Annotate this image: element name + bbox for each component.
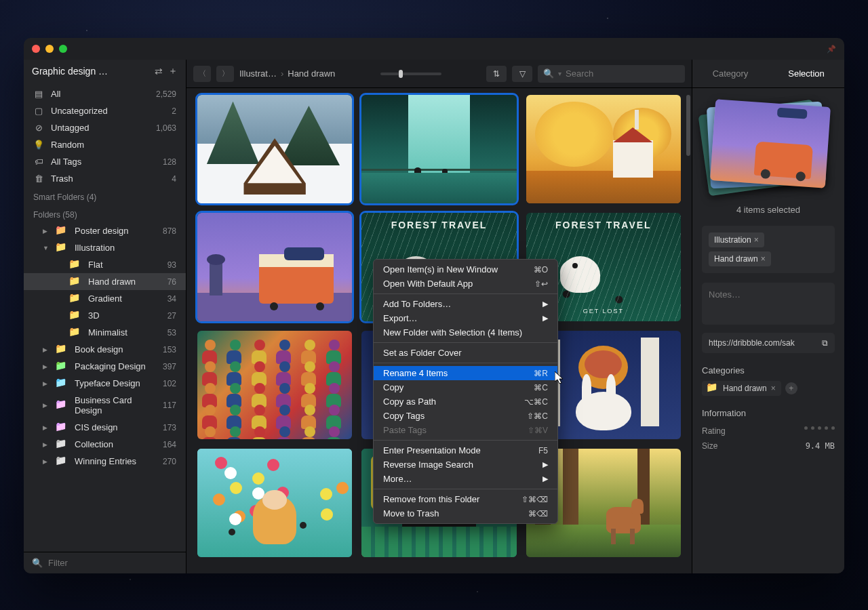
menu-item-set-as-folder-cover[interactable]: Set as Folder Cover [374, 346, 557, 360]
remove-tag-icon[interactable]: × [754, 235, 759, 245]
tag-chip[interactable]: Illustration× [709, 232, 764, 247]
menu-item-enter-presentation-mode[interactable]: Enter Presentation ModeF5 [374, 443, 557, 458]
folder-typeface-design[interactable]: ▶Typeface Design102 [24, 375, 186, 392]
breadcrumb-segment[interactable]: Illustrat… [239, 68, 277, 79]
rating-dots[interactable] [804, 426, 835, 436]
folder-poster-design[interactable]: ▶Poster design878 [24, 222, 186, 239]
sidebar-item-trash[interactable]: 🗑Trash4 [24, 170, 186, 187]
folder-label: Typeface Design [75, 378, 156, 388]
sidebar-item-random[interactable]: 💡Random [24, 136, 186, 153]
disclosure-triangle-icon[interactable]: ▼ [43, 245, 50, 251]
sidebar-item-count: 2,529 [156, 89, 176, 99]
tab-category[interactable]: Category [692, 60, 768, 87]
menu-item-add-to-folders[interactable]: Add To Folders…▶ [374, 297, 557, 311]
menu-item-open-with-default-app[interactable]: Open With Default App⇧↩ [374, 277, 557, 291]
folder-flat[interactable]: Flat93 [24, 256, 186, 273]
folders-heading[interactable]: Folders (58) [24, 205, 186, 222]
nav-forward-button[interactable]: 〉 [216, 66, 234, 82]
folder-icon [56, 244, 66, 252]
folder-collection[interactable]: ▶Collection164 [24, 436, 186, 453]
notes-field[interactable]: Notes… [702, 283, 835, 325]
zoom-window-button[interactable] [59, 45, 67, 53]
menu-item-open-item-s-in-new-window[interactable]: Open Item(s) in New Window⌘O [374, 262, 557, 277]
sidebar-filter-input[interactable] [48, 558, 178, 568]
url-field[interactable]: https://dribbble.com/sak ⧉ [702, 333, 835, 353]
minimize-window-button[interactable] [45, 45, 54, 53]
remove-tag-icon[interactable]: × [761, 254, 766, 264]
search-icon: 🔍 [543, 68, 554, 79]
disclosure-triangle-icon[interactable]: ▶ [43, 424, 50, 431]
sidebar-item-untagged[interactable]: ⊘Untagged1,063 [24, 119, 186, 136]
pin-icon[interactable]: 📌 [827, 45, 836, 54]
thumbnail[interactable] [197, 95, 352, 203]
menu-item-reverse-image-search[interactable]: Reverse Image Search▶ [374, 458, 557, 472]
menu-item-copy-tags[interactable]: Copy Tags⇧⌘C [374, 409, 557, 423]
breadcrumb-segment[interactable]: Hand drawn [288, 68, 335, 79]
disclosure-triangle-icon[interactable]: ▶ [43, 228, 50, 235]
disclosure-triangle-icon[interactable]: ▶ [43, 402, 50, 409]
folder-count: 117 [163, 401, 176, 410]
search-input[interactable] [566, 68, 679, 79]
menu-item-move-to-trash[interactable]: Move to Trash⌘⌫ [374, 506, 557, 521]
disclosure-triangle-icon[interactable]: ▶ [43, 380, 50, 387]
folder-minimalist[interactable]: Minimalist53 [24, 324, 186, 341]
menu-item-rename-4-items[interactable]: Rename 4 Items⌘R [374, 366, 557, 380]
disclosure-triangle-icon[interactable]: ▶ [43, 441, 50, 448]
switch-library-icon[interactable]: ⇄ [155, 66, 163, 77]
folder-business-card-design[interactable]: ▶Business Card Design117 [24, 392, 186, 419]
sidebar-item-label: All Tags [51, 157, 156, 167]
sort-button[interactable]: ⇅ [486, 66, 507, 82]
zoom-slider[interactable] [380, 73, 441, 75]
search-field[interactable]: 🔍 ▾ [538, 65, 685, 83]
thumbnail[interactable] [526, 95, 681, 203]
rating-row[interactable]: Rating [702, 424, 835, 439]
folder-hand-drawn[interactable]: Hand drawn76 [24, 273, 186, 290]
library-name[interactable]: Graphic design … [32, 66, 149, 77]
thumbnail[interactable] [197, 331, 352, 439]
remove-category-icon[interactable]: × [771, 384, 776, 393]
folder-book-design[interactable]: ▶Book design153 [24, 341, 186, 358]
thumbnail[interactable] [197, 449, 352, 557]
tab-selection[interactable]: Selection [768, 60, 844, 87]
menu-item-remove-from-this-folder[interactable]: Remove from this Folder⇧⌘⌫ [374, 492, 557, 506]
thumbnail[interactable] [361, 95, 516, 203]
breadcrumb[interactable]: Illustrat… › Hand drawn [239, 68, 335, 79]
tags-field[interactable]: Illustration×Hand drawn× [702, 226, 835, 273]
sidebar-item-uncategorized[interactable]: ▢Uncategorized2 [24, 102, 186, 119]
menu-item-label: Copy [383, 382, 528, 392]
sidebar-filter[interactable]: 🔍 [24, 552, 186, 573]
menu-item-more[interactable]: More…▶ [374, 472, 557, 486]
menu-item-copy[interactable]: Copy⌘C [374, 380, 557, 394]
menu-item-copy-as-path[interactable]: Copy as Path⌥⌘C [374, 394, 557, 409]
add-category-button[interactable]: + [785, 382, 797, 394]
context-menu[interactable]: Open Item(s) in New Window⌘OOpen With De… [373, 259, 558, 524]
disclosure-triangle-icon[interactable]: ▶ [43, 346, 50, 353]
tag-chip[interactable]: Hand drawn× [709, 251, 771, 266]
disclosure-triangle-icon[interactable]: ▶ [43, 363, 50, 370]
folder-packaging-design[interactable]: ▶Packaging Design397 [24, 358, 186, 375]
category-chip[interactable]: Hand drawn × [702, 381, 781, 396]
folder-3d[interactable]: 3D27 [24, 307, 186, 324]
menu-item-new-folder-with-selection-4-items[interactable]: New Folder with Selection (4 Items) [374, 325, 557, 340]
folder-gradient[interactable]: Gradient34 [24, 290, 186, 307]
close-window-button[interactable] [32, 45, 40, 53]
sidebar-item-all[interactable]: ▤All2,529 [24, 85, 186, 102]
open-link-icon[interactable]: ⧉ [822, 338, 828, 348]
menu-shortcut: ⌘C [534, 383, 548, 392]
folder-winning-entries[interactable]: ▶Winning Entries270 [24, 453, 186, 470]
url-text: https://dribbble.com/sak [709, 338, 818, 348]
menu-item-label: Reverse Image Search [383, 460, 537, 470]
add-icon[interactable]: ＋ [168, 65, 178, 77]
size-label: Size [702, 441, 717, 451]
filter-button[interactable]: ▽ [512, 66, 532, 82]
sidebar-item-all-tags[interactable]: 🏷All Tags128 [24, 153, 186, 170]
menu-item-export[interactable]: Export…▶ [374, 311, 557, 325]
thumbnail[interactable] [197, 213, 352, 321]
nav-back-button[interactable]: 〈 [193, 66, 211, 82]
folder-cis-design[interactable]: ▶CIS design173 [24, 419, 186, 436]
folder-count: 270 [163, 457, 176, 466]
folder-illustration[interactable]: ▼Illustration [24, 239, 186, 256]
scrollbar[interactable] [686, 95, 690, 156]
smart-folders-heading[interactable]: Smart Folders (4) [24, 187, 186, 205]
disclosure-triangle-icon[interactable]: ▶ [43, 458, 50, 465]
